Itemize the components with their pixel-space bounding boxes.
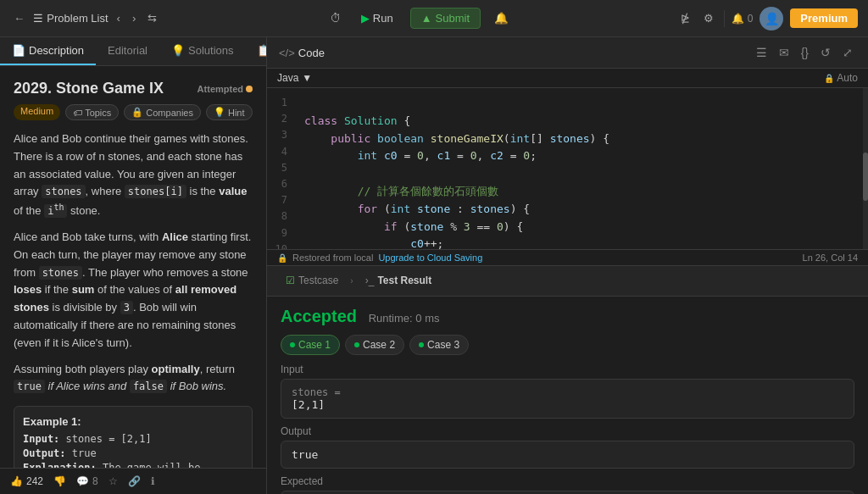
desc-para-2: Alice and Bob take turns, with Alice sta…: [14, 229, 253, 352]
nav-left: ← ☰ Problem List ‹ › ⇆: [10, 8, 160, 28]
result-tabs-bar: ☑ Testcase › ›_ Test Result: [267, 266, 868, 297]
line-num-7: 7: [267, 192, 294, 208]
tab-description[interactable]: 📄 Description: [0, 37, 96, 65]
comment-count: 8: [92, 475, 98, 487]
case-tab-3[interactable]: Case 3: [409, 335, 469, 355]
notification-count: 🔔 0: [732, 13, 753, 25]
problem-description: Alice and Bob continue their games with …: [14, 130, 253, 396]
back-button[interactable]: ←: [10, 8, 28, 28]
example-input-line: Input: stones = [2,1]: [23, 433, 243, 445]
testcase-check-icon: ☑: [286, 275, 295, 286]
case-tab-1[interactable]: Case 1: [281, 335, 340, 355]
problem-title-container: 2029. Stone Game IX Attempted: [14, 80, 253, 97]
settings-icon-button[interactable]: ⚙: [700, 8, 717, 28]
top-nav: ← ☰ Problem List ‹ › ⇆ ⏱ ▶ Run ▲ Submit …: [0, 0, 868, 37]
tag-companies-icon: 🔒: [131, 107, 143, 118]
share-button[interactable]: 🔗: [128, 475, 141, 487]
input-label: Input: [281, 364, 854, 375]
case-2-label: Case 2: [363, 339, 395, 351]
accepted-heading: Accepted: [281, 307, 357, 326]
tab-testcase[interactable]: ☑ Testcase: [277, 269, 347, 293]
comment-button[interactable]: 💬 8: [76, 475, 98, 487]
shuffle-button[interactable]: ⇆: [144, 8, 160, 28]
language-selector[interactable]: Java ▼: [277, 72, 312, 84]
cursor-position: Ln 26, Col 14: [803, 253, 858, 263]
desc-para-1: Alice and Bob continue their games with …: [14, 130, 253, 220]
list-icon: ☰: [33, 12, 43, 25]
result-code-icon: ›_: [365, 275, 375, 286]
testcase-tab-label: Testcase: [298, 275, 338, 286]
scrollbar-thumb[interactable]: [863, 153, 868, 201]
code-and-result: 1 2 3 4 5 6 7 8 9 10 11 class Solution {…: [267, 88, 868, 494]
description-icon: 📄: [12, 44, 25, 57]
left-panel: 📄 Description Editorial 💡 Solutions 📋 Su…: [0, 37, 267, 494]
case-1-dot: [290, 342, 295, 347]
info-icon: ℹ: [151, 475, 155, 487]
curly-brace-button[interactable]: {}: [798, 44, 812, 61]
submissions-icon: 📋: [257, 44, 267, 57]
next-problem-button[interactable]: ›: [129, 8, 139, 28]
status-left: 🔒 Restored from local Upgrade to Cloud S…: [277, 253, 482, 263]
scrollbar-track: [863, 88, 868, 249]
runtime-text: Runtime: 0 ms: [369, 312, 440, 325]
code-editor[interactable]: 1 2 3 4 5 6 7 8 9 10 11 class Solution {…: [267, 88, 868, 249]
restore-text: Restored from local: [292, 253, 373, 263]
problem-name: Stone Game IX: [56, 80, 164, 97]
timer-icon-button[interactable]: ⏱: [326, 8, 344, 28]
tab-submissions[interactable]: 📋 Submissions: [245, 37, 267, 65]
bookmark-button[interactable]: ✉: [776, 44, 793, 61]
case-tab-2[interactable]: Case 2: [345, 335, 404, 355]
right-panel: </> Code ☰ ✉ {} ↺ ⤢ Java ▼ 🔒 Auto: [267, 37, 868, 494]
line-num-3: 3: [267, 127, 294, 143]
problem-list-button[interactable]: ☰ Problem List: [33, 12, 108, 25]
undo-button[interactable]: ↺: [817, 44, 834, 61]
line-num-9: 9: [267, 225, 294, 241]
share-icon: 🔗: [128, 475, 141, 487]
expected-label: Expected: [281, 475, 854, 487]
upgrade-link[interactable]: Upgrade to Cloud Saving: [378, 253, 482, 263]
problem-tags: Medium 🏷 Topics 🔒 Companies 💡 Hint: [14, 104, 253, 120]
submit-button[interactable]: ▲ Submit: [410, 8, 481, 29]
grid-icon-button[interactable]: ⋭: [677, 8, 693, 28]
line-num-6: 6: [267, 176, 294, 192]
tag-medium[interactable]: Medium: [14, 104, 60, 120]
nav-divider: [724, 10, 725, 27]
run-label: Run: [373, 12, 393, 25]
problem-title: 2029. Stone Game IX: [14, 80, 164, 97]
tab-test-result[interactable]: ›_ Test Result: [357, 269, 440, 293]
note-icon-button[interactable]: 🔔: [491, 8, 512, 28]
editor-actions: ☰ ✉ {} ↺ ⤢: [753, 44, 856, 61]
premium-button[interactable]: Premium: [790, 8, 858, 28]
case-3-dot: [419, 342, 424, 347]
main-content: 📄 Description Editorial 💡 Solutions 📋 Su…: [0, 37, 868, 494]
output-value: true: [292, 448, 843, 461]
tag-topics[interactable]: 🏷 Topics: [65, 104, 119, 120]
line-num-4: 4: [267, 144, 294, 160]
list-view-button[interactable]: ☰: [753, 44, 771, 61]
info-button[interactable]: ℹ: [151, 475, 155, 487]
dislike-button[interactable]: 👎: [53, 475, 66, 487]
tag-hint[interactable]: 💡 Hint: [206, 104, 253, 120]
run-button[interactable]: ▶ Run: [354, 8, 400, 28]
like-button[interactable]: 👍 242: [10, 475, 43, 487]
attempted-label: Attempted: [198, 84, 243, 94]
bottom-bar: 👍 242 👎 💬 8 ☆ 🔗 ℹ: [0, 468, 266, 494]
line-num-5: 5: [267, 160, 294, 176]
problem-list-label: Problem List: [47, 12, 108, 25]
tab-solutions[interactable]: 💡 Solutions: [159, 37, 245, 65]
lock-icon: 🔒: [824, 74, 834, 83]
tag-companies[interactable]: 🔒 Companies: [124, 104, 201, 120]
line-num-10: 10: [267, 241, 294, 249]
expected-section: Expected true: [281, 475, 854, 494]
input-value-box: stones = [2,1]: [281, 379, 854, 419]
line-num-1: 1: [267, 95, 294, 111]
output-label: Output: [281, 425, 854, 437]
case-3-label: Case 3: [427, 339, 459, 351]
case-1-label: Case 1: [298, 339, 331, 351]
editor-header: </> Code ☰ ✉ {} ↺ ⤢: [267, 37, 868, 69]
code-content: 1 2 3 4 5 6 7 8 9 10 11 class Solution {…: [267, 88, 868, 249]
tab-editorial[interactable]: Editorial: [96, 37, 159, 65]
star-button[interactable]: ☆: [108, 475, 118, 487]
expand-button[interactable]: ⤢: [839, 44, 856, 61]
prev-problem-button[interactable]: ‹: [114, 8, 124, 28]
